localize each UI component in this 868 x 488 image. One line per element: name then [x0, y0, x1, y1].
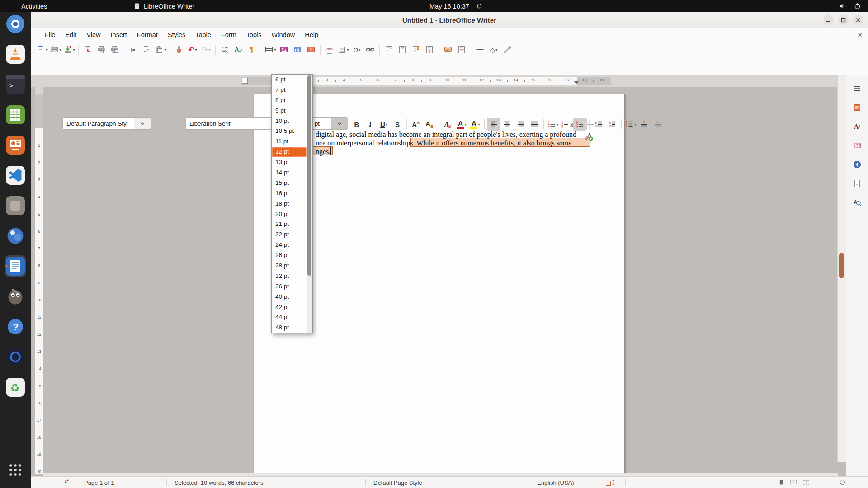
dock-item-vlc[interactable]	[5, 43, 26, 65]
power-icon[interactable]	[854, 0, 861, 12]
superscript-button[interactable]: AB	[409, 118, 423, 131]
underline-button[interactable]: U▾	[377, 118, 391, 131]
dropdown-caret-icon[interactable]: ▾	[209, 48, 211, 52]
subscript-button[interactable]: AB	[423, 118, 436, 131]
language-status[interactable]: English (USA)	[537, 479, 574, 486]
font-size-option-48pt[interactable]: 48 pt	[272, 323, 307, 333]
dropdown-scrollbar[interactable]	[307, 75, 312, 333]
dropdown-caret-icon[interactable]: ▾	[386, 122, 387, 127]
print-preview-button[interactable]	[108, 43, 122, 56]
sidebar-tab-page[interactable]	[850, 176, 864, 191]
redo-button[interactable]: ↷▾	[199, 43, 213, 56]
font-size-option-7pt[interactable]: 7 pt	[272, 85, 307, 95]
single-page-view-icon[interactable]	[778, 479, 785, 488]
menu-window[interactable]: Window	[267, 28, 300, 42]
dock-item-dark-circle-app[interactable]	[5, 346, 26, 368]
clock-button[interactable]: May 16 10:37	[429, 0, 483, 12]
dock-item-libreoffice-impress[interactable]	[5, 134, 26, 156]
insert-bookmark-button[interactable]	[409, 43, 423, 56]
tab-stop-selector[interactable]	[242, 78, 248, 84]
title-bar[interactable]: Untitled 1 - LibreOffice Writer	[31, 12, 868, 28]
insert-comment-button[interactable]	[441, 43, 455, 56]
dropdown-caret-icon[interactable]: ▾	[570, 122, 572, 127]
font-size-option-21pt[interactable]: 21 pt	[272, 219, 307, 230]
insert-image-button[interactable]	[277, 43, 291, 56]
highlight-color-button[interactable]: A▾	[468, 118, 482, 131]
font-size-option-16pt[interactable]: 16 pt	[272, 188, 307, 199]
insert-cross-reference-button[interactable]	[423, 43, 436, 56]
font-size-option-10.5pt[interactable]: 10.5 pt	[272, 126, 307, 136]
dropdown-caret-icon[interactable]: ▾	[164, 48, 166, 52]
insert-field-button[interactable]: ▾	[336, 43, 350, 56]
basic-shapes-button[interactable]: ◇▾	[487, 43, 500, 56]
horizontal-scrollbar[interactable]	[43, 473, 838, 476]
menu-edit[interactable]: Edit	[60, 28, 81, 42]
menu-view[interactable]: View	[81, 28, 105, 42]
strikethrough-button[interactable]: S	[391, 118, 404, 131]
sidebar-tab-styles[interactable]: A	[850, 119, 864, 134]
horizontal-line-button[interactable]	[473, 43, 487, 56]
no-list-button[interactable]	[573, 118, 587, 131]
font-size-option-14pt[interactable]: 14 pt	[272, 168, 307, 178]
dock-item-terminal[interactable]: >_	[5, 74, 26, 95]
insert-text-box-button[interactable]: T	[304, 43, 318, 56]
bold-button[interactable]: B	[350, 118, 363, 131]
print-button[interactable]	[94, 43, 108, 56]
font-size-option-26pt[interactable]: 26 pt	[272, 250, 307, 261]
page-number-status[interactable]: Page 1 of 1	[84, 479, 114, 486]
menu-help[interactable]: Help	[300, 28, 323, 42]
clear-formatting-button[interactable]: A⊗	[441, 118, 455, 131]
align-center-button[interactable]	[500, 118, 514, 131]
menu-file[interactable]: File	[40, 28, 60, 42]
menu-insert[interactable]: Insert	[106, 28, 132, 42]
word-count-status[interactable]: Selected: 10 words, 66 characters	[175, 479, 264, 486]
dropdown-caret-icon[interactable]: ▾	[359, 48, 360, 52]
dropdown-caret-icon[interactable]: ▾	[495, 48, 497, 52]
dock-item-chrome[interactable]	[5, 13, 26, 35]
insert-page-break-button[interactable]	[323, 43, 336, 56]
dropdown-caret-icon[interactable]: ▾	[478, 122, 480, 127]
close-document-button[interactable]: ✕	[857, 28, 863, 42]
dropdown-caret-icon[interactable]: ▾	[464, 122, 466, 127]
track-changes-button[interactable]	[455, 43, 468, 56]
sidebar-tab-gallery[interactable]	[850, 138, 864, 153]
page-style-status[interactable]: Default Page Style	[373, 479, 422, 486]
insert-chart-button[interactable]	[291, 43, 304, 56]
maximize-button[interactable]	[838, 15, 849, 25]
export-pdf-button[interactable]	[81, 43, 94, 56]
right-indent-marker[interactable]	[574, 81, 579, 84]
dropdown-caret-icon[interactable]: ▾	[46, 48, 47, 52]
align-right-button[interactable]	[514, 118, 528, 131]
dropdown-caret-icon[interactable]: ▾	[73, 48, 75, 52]
sidebar-tab-navigator[interactable]	[850, 157, 864, 172]
justify-button[interactable]	[528, 118, 541, 131]
zoom-out-icon[interactable]: −	[814, 479, 818, 487]
close-button[interactable]	[853, 15, 863, 25]
document-canvas[interactable]: digital age, social media has become an …	[43, 87, 838, 474]
font-size-option-18pt[interactable]: 18 pt	[272, 199, 307, 209]
multi-page-view-icon[interactable]	[789, 479, 797, 488]
font-size-option-24pt[interactable]: 24 pt	[272, 240, 307, 250]
new-document-button[interactable]: ▾	[35, 43, 49, 56]
save-button[interactable]: ▾	[62, 43, 76, 56]
font-size-option-36pt[interactable]: 36 pt	[272, 282, 307, 292]
activities-button[interactable]: Activities	[21, 0, 47, 12]
font-size-option-42pt[interactable]: 42 pt	[272, 302, 307, 313]
menu-styles[interactable]: Styles	[163, 28, 191, 42]
dropdown-scrollbar-thumb[interactable]	[307, 75, 311, 276]
dropdown-caret-icon[interactable]: ▾	[274, 48, 276, 52]
insert-footnote-button[interactable]: 1	[382, 43, 396, 56]
dock-item-gray-app[interactable]	[5, 195, 26, 216]
find-replace-button[interactable]	[218, 43, 231, 56]
font-size-option-32pt[interactable]: 32 pt	[272, 271, 307, 282]
insert-endnote-button[interactable]: i	[396, 43, 409, 56]
font-size-option-10pt[interactable]: 10 pt	[272, 116, 307, 127]
font-size-option-44pt[interactable]: 44 pt	[272, 312, 307, 323]
open-button[interactable]: ▾	[49, 43, 62, 56]
clone-formatting-button[interactable]	[172, 43, 186, 56]
dropdown-caret-icon[interactable]: ▾	[634, 122, 636, 127]
dropdown-caret-icon[interactable]: ▾	[59, 48, 61, 52]
font-color-button[interactable]: A▾	[455, 118, 468, 131]
menu-form[interactable]: Form	[216, 28, 241, 42]
font-size-option-13pt[interactable]: 13 pt	[272, 157, 307, 168]
